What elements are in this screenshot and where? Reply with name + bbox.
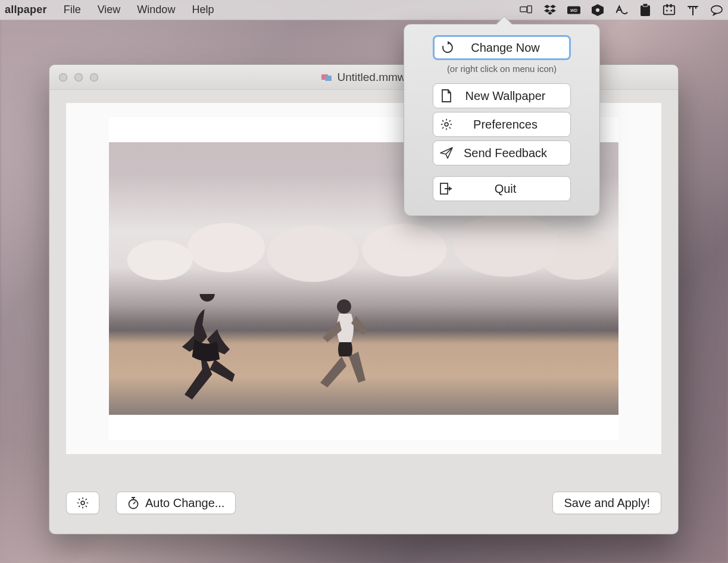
- quit-button[interactable]: Quit: [433, 176, 571, 201]
- document-icon: [321, 73, 332, 82]
- exit-icon: [438, 180, 455, 197]
- gear-icon: [438, 116, 455, 133]
- figure-runner-1: [168, 294, 246, 407]
- new-wallpaper-button[interactable]: New Wallpaper: [433, 83, 571, 108]
- type-icon[interactable]: [686, 4, 699, 17]
- svg-point-12: [670, 10, 672, 11]
- svg-point-17: [81, 501, 85, 505]
- svg-rect-7: [643, 4, 648, 7]
- svg-line-37: [449, 127, 451, 129]
- aws-icon[interactable]: [615, 4, 628, 17]
- svg-line-23: [86, 506, 87, 507]
- refresh-icon: [439, 39, 456, 56]
- svg-rect-8: [664, 5, 674, 14]
- auto-change-button[interactable]: Auto Change...: [116, 492, 236, 514]
- svg-rect-10: [670, 4, 672, 7]
- svg-rect-1: [527, 5, 532, 12]
- quit-label: Quit: [462, 182, 565, 196]
- svg-point-5: [596, 8, 599, 12]
- menu-view[interactable]: View: [98, 4, 121, 16]
- preferences-label: Preferences: [462, 118, 565, 132]
- svg-line-24: [86, 499, 87, 500]
- svg-point-16: [337, 299, 351, 314]
- document-icon: [438, 87, 455, 104]
- svg-rect-9: [666, 4, 668, 7]
- send-feedback-button[interactable]: Send Feedback: [433, 140, 571, 165]
- preferences-button[interactable]: Preferences: [433, 112, 571, 137]
- svg-line-39: [442, 127, 443, 129]
- svg-point-31: [445, 123, 448, 126]
- menubar-dropdown-panel: Change Now (or right click on menu icon)…: [404, 24, 600, 216]
- svg-rect-0: [520, 7, 527, 11]
- svg-point-11: [666, 10, 668, 11]
- dropbox-icon[interactable]: [543, 4, 557, 17]
- panel-hint: (or right click on menu icon): [418, 64, 585, 74]
- sync-icon[interactable]: [591, 4, 604, 17]
- wd-icon[interactable]: WD: [567, 4, 580, 17]
- menu-file[interactable]: File: [64, 4, 81, 16]
- auto-change-label: Auto Change...: [145, 496, 224, 510]
- svg-line-36: [442, 120, 443, 121]
- gear-icon: [76, 496, 89, 509]
- save-apply-button[interactable]: Save and Apply!: [552, 492, 661, 514]
- svg-text:WD: WD: [570, 8, 577, 12]
- stopwatch-icon: [127, 496, 139, 509]
- menubar: allpaper File View Window Help WD: [0, 0, 728, 20]
- svg-marker-42: [449, 186, 452, 191]
- svg-point-13: [711, 5, 722, 13]
- svg-line-25: [79, 506, 80, 507]
- svg-line-38: [449, 120, 451, 121]
- change-now-label: Change Now: [463, 41, 564, 55]
- new-wallpaper-label: New Wallpaper: [462, 89, 565, 103]
- window-title-text: Untitled.mmw: [337, 71, 405, 84]
- svg-rect-6: [640, 5, 650, 16]
- change-now-button[interactable]: Change Now: [433, 35, 571, 60]
- svg-rect-15: [325, 76, 332, 81]
- figure-runner-2: [308, 297, 374, 398]
- menu-help[interactable]: Help: [192, 4, 214, 16]
- menu-window[interactable]: Window: [137, 4, 175, 16]
- svg-line-27: [133, 502, 136, 504]
- bottom-toolbar: Auto Change... Save and Apply!: [66, 489, 661, 517]
- save-apply-label: Save and Apply!: [564, 496, 650, 510]
- clipboard-icon[interactable]: [639, 4, 652, 17]
- settings-button[interactable]: [66, 492, 99, 514]
- svg-line-22: [79, 499, 80, 500]
- screens-icon[interactable]: [520, 4, 533, 17]
- itch-icon[interactable]: [663, 4, 676, 17]
- app-name: allpaper: [5, 4, 47, 16]
- send-feedback-label: Send Feedback: [462, 146, 565, 160]
- paper-plane-icon: [438, 145, 455, 161]
- chat-icon[interactable]: [710, 4, 723, 17]
